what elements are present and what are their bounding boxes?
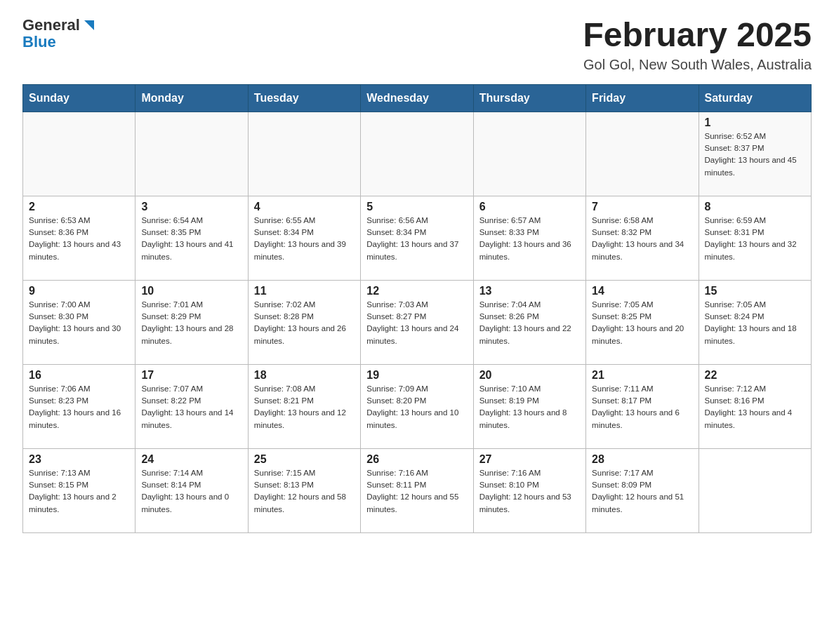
calendar-cell [473, 112, 585, 196]
day-number: 9 [29, 285, 129, 297]
calendar-cell: 9Sunrise: 7:00 AMSunset: 8:30 PMDaylight… [23, 280, 135, 364]
day-info: Sunrise: 7:06 AMSunset: 8:23 PMDaylight:… [29, 383, 129, 431]
day-info: Sunrise: 7:09 AMSunset: 8:20 PMDaylight:… [366, 383, 467, 431]
calendar-cell: 17Sunrise: 7:07 AMSunset: 8:22 PMDayligh… [135, 364, 248, 448]
calendar-cell [248, 112, 360, 196]
day-info: Sunrise: 7:13 AMSunset: 8:15 PMDaylight:… [29, 467, 129, 516]
calendar-cell: 26Sunrise: 7:16 AMSunset: 8:11 PMDayligh… [361, 448, 473, 532]
calendar-cell: 19Sunrise: 7:09 AMSunset: 8:20 PMDayligh… [361, 364, 473, 448]
day-number: 5 [366, 201, 467, 213]
day-header-friday: Friday [586, 84, 699, 112]
day-info: Sunrise: 7:03 AMSunset: 8:27 PMDaylight:… [366, 299, 467, 347]
calendar-cell: 4Sunrise: 6:55 AMSunset: 8:34 PMDaylight… [248, 196, 360, 280]
day-number: 19 [366, 369, 467, 382]
calendar-cell [361, 112, 473, 196]
calendar-week-row: 2Sunrise: 6:53 AMSunset: 8:36 PMDaylight… [23, 196, 812, 280]
calendar-cell [699, 448, 811, 532]
day-info: Sunrise: 7:12 AMSunset: 8:16 PMDaylight:… [705, 383, 805, 431]
day-number: 13 [479, 285, 580, 297]
day-number: 16 [29, 369, 129, 382]
calendar-cell: 11Sunrise: 7:02 AMSunset: 8:28 PMDayligh… [248, 280, 360, 364]
calendar-cell: 6Sunrise: 6:57 AMSunset: 8:33 PMDaylight… [473, 196, 585, 280]
calendar-header-row: SundayMondayTuesdayWednesdayThursdayFrid… [23, 84, 812, 112]
title-area: February 2025 Gol Gol, New South Wales, … [583, 17, 812, 73]
day-number: 20 [479, 369, 580, 382]
day-info: Sunrise: 6:52 AMSunset: 8:37 PMDaylight:… [705, 130, 805, 179]
day-number: 28 [592, 453, 692, 466]
day-info: Sunrise: 7:04 AMSunset: 8:26 PMDaylight:… [479, 299, 580, 347]
page-title: February 2025 [583, 17, 812, 54]
day-header-monday: Monday [135, 84, 248, 112]
calendar-cell: 18Sunrise: 7:08 AMSunset: 8:21 PMDayligh… [248, 364, 360, 448]
calendar-cell: 5Sunrise: 6:56 AMSunset: 8:34 PMDaylight… [361, 196, 473, 280]
day-number: 11 [254, 285, 355, 297]
day-header-sunday: Sunday [23, 84, 135, 112]
calendar-cell [23, 112, 135, 196]
day-number: 25 [254, 453, 355, 466]
calendar-cell: 23Sunrise: 7:13 AMSunset: 8:15 PMDayligh… [23, 448, 135, 532]
calendar-cell: 14Sunrise: 7:05 AMSunset: 8:25 PMDayligh… [586, 280, 699, 364]
day-number: 2 [29, 201, 129, 213]
day-number: 17 [141, 369, 241, 382]
day-number: 3 [141, 201, 241, 213]
day-header-thursday: Thursday [473, 84, 585, 112]
day-info: Sunrise: 7:11 AMSunset: 8:17 PMDaylight:… [592, 383, 692, 431]
calendar-cell [135, 112, 248, 196]
day-number: 1 [705, 116, 805, 129]
calendar-cell: 21Sunrise: 7:11 AMSunset: 8:17 PMDayligh… [586, 364, 699, 448]
day-number: 18 [254, 369, 355, 382]
calendar-cell: 3Sunrise: 6:54 AMSunset: 8:35 PMDaylight… [135, 196, 248, 280]
calendar-cell [586, 112, 699, 196]
day-info: Sunrise: 7:02 AMSunset: 8:28 PMDaylight:… [254, 299, 355, 347]
calendar-week-row: 16Sunrise: 7:06 AMSunset: 8:23 PMDayligh… [23, 364, 812, 448]
day-number: 14 [592, 285, 692, 297]
day-number: 12 [366, 285, 467, 297]
day-info: Sunrise: 7:05 AMSunset: 8:24 PMDaylight:… [705, 299, 805, 347]
day-info: Sunrise: 7:01 AMSunset: 8:29 PMDaylight:… [141, 299, 241, 347]
day-header-tuesday: Tuesday [248, 84, 360, 112]
day-info: Sunrise: 7:16 AMSunset: 8:11 PMDaylight:… [366, 467, 467, 516]
day-info: Sunrise: 6:54 AMSunset: 8:35 PMDaylight:… [141, 215, 241, 263]
day-number: 6 [479, 201, 580, 213]
day-header-saturday: Saturday [699, 84, 811, 112]
calendar-cell: 20Sunrise: 7:10 AMSunset: 8:19 PMDayligh… [473, 364, 585, 448]
calendar-cell: 24Sunrise: 7:14 AMSunset: 8:14 PMDayligh… [135, 448, 248, 532]
day-info: Sunrise: 7:17 AMSunset: 8:09 PMDaylight:… [592, 467, 692, 516]
day-number: 15 [705, 285, 805, 297]
day-number: 27 [479, 453, 580, 466]
day-number: 4 [254, 201, 355, 213]
calendar-week-row: 23Sunrise: 7:13 AMSunset: 8:15 PMDayligh… [23, 448, 812, 532]
logo-triangle-icon [81, 18, 97, 33]
logo-blue-text: Blue [22, 33, 56, 51]
day-info: Sunrise: 7:07 AMSunset: 8:22 PMDaylight:… [141, 383, 241, 431]
day-info: Sunrise: 6:55 AMSunset: 8:34 PMDaylight:… [254, 215, 355, 263]
calendar-week-row: 1Sunrise: 6:52 AMSunset: 8:37 PMDaylight… [23, 112, 812, 196]
day-info: Sunrise: 7:15 AMSunset: 8:13 PMDaylight:… [254, 467, 355, 516]
calendar-cell: 16Sunrise: 7:06 AMSunset: 8:23 PMDayligh… [23, 364, 135, 448]
day-info: Sunrise: 7:10 AMSunset: 8:19 PMDaylight:… [479, 383, 580, 431]
calendar-cell: 15Sunrise: 7:05 AMSunset: 8:24 PMDayligh… [699, 280, 811, 364]
day-info: Sunrise: 6:56 AMSunset: 8:34 PMDaylight:… [366, 215, 467, 263]
day-info: Sunrise: 7:05 AMSunset: 8:25 PMDaylight:… [592, 299, 692, 347]
calendar-table: SundayMondayTuesdayWednesdayThursdayFrid… [22, 84, 812, 533]
calendar-cell: 2Sunrise: 6:53 AMSunset: 8:36 PMDaylight… [23, 196, 135, 280]
calendar-cell: 13Sunrise: 7:04 AMSunset: 8:26 PMDayligh… [473, 280, 585, 364]
calendar-cell: 28Sunrise: 7:17 AMSunset: 8:09 PMDayligh… [586, 448, 699, 532]
day-info: Sunrise: 7:14 AMSunset: 8:14 PMDaylight:… [141, 467, 241, 516]
logo: General Blue [22, 17, 97, 51]
page-subtitle: Gol Gol, New South Wales, Australia [583, 57, 812, 73]
calendar-cell: 12Sunrise: 7:03 AMSunset: 8:27 PMDayligh… [361, 280, 473, 364]
svg-marker-0 [84, 20, 94, 30]
calendar-cell: 10Sunrise: 7:01 AMSunset: 8:29 PMDayligh… [135, 280, 248, 364]
day-info: Sunrise: 6:57 AMSunset: 8:33 PMDaylight:… [479, 215, 580, 263]
calendar-cell: 25Sunrise: 7:15 AMSunset: 8:13 PMDayligh… [248, 448, 360, 532]
logo-general-text: General [22, 17, 80, 34]
day-number: 22 [705, 369, 805, 382]
day-number: 24 [141, 453, 241, 466]
day-info: Sunrise: 7:16 AMSunset: 8:10 PMDaylight:… [479, 467, 580, 516]
calendar-cell: 8Sunrise: 6:59 AMSunset: 8:31 PMDaylight… [699, 196, 811, 280]
calendar-cell: 1Sunrise: 6:52 AMSunset: 8:37 PMDaylight… [699, 112, 811, 196]
day-info: Sunrise: 6:59 AMSunset: 8:31 PMDaylight:… [705, 215, 805, 263]
calendar-cell: 22Sunrise: 7:12 AMSunset: 8:16 PMDayligh… [699, 364, 811, 448]
day-number: 10 [141, 285, 241, 297]
